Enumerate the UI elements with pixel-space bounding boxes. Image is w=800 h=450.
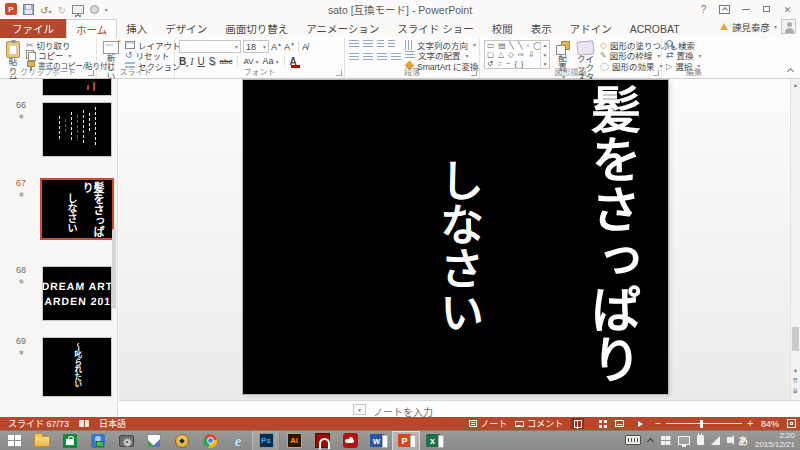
thumbnail-slide-67-selected[interactable]: 髪をさっぱり しなさい — [40, 178, 114, 240]
line-spacing-icon[interactable] — [391, 53, 401, 62]
scroll-down-icon[interactable]: ▼ — [791, 365, 800, 376]
proofing-status-icon[interactable] — [79, 420, 89, 427]
collapse-ribbon-icon[interactable] — [787, 67, 794, 74]
font-dialog-launcher[interactable] — [336, 70, 342, 76]
taskbar-disc-app[interactable] — [112, 431, 140, 450]
tab-slideshow[interactable]: スライド ショー — [388, 19, 482, 38]
taskbar-powerpoint-active[interactable]: P — [392, 431, 420, 450]
slide-67-editor[interactable]: 髪をさっぱり しなさい — [243, 80, 668, 394]
comments-toggle-button[interactable]: コメント — [515, 417, 563, 430]
view-slide-sorter-button[interactable] — [592, 418, 605, 429]
ribbon-display-options-button[interactable] — [714, 1, 735, 18]
minimize-button[interactable] — [735, 1, 756, 18]
character-spacing-button[interactable]: AV — [243, 57, 258, 66]
taskbar-file-explorer[interactable] — [28, 431, 56, 450]
strikethrough-button[interactable]: abc — [219, 57, 232, 66]
tab-view[interactable]: 表示 — [522, 19, 561, 38]
taskbar-acrobat[interactable] — [308, 431, 336, 450]
thumbnail-slide-68[interactable]: DREAM ART GARDEN 2015 — [42, 266, 112, 321]
scroll-up-icon[interactable]: ▲ — [543, 42, 548, 48]
slide-text-left-column[interactable]: しなさい — [436, 158, 480, 334]
ime-indicator[interactable]: あ — [738, 433, 748, 448]
indent-increase-icon[interactable] — [388, 40, 395, 49]
display-icon[interactable] — [678, 436, 690, 445]
tab-design[interactable]: デザイン — [156, 19, 216, 38]
taskbar-gold-app[interactable] — [168, 431, 196, 450]
taskbar-chrome[interactable] — [196, 431, 224, 450]
show-hidden-icons-chevron[interactable] — [648, 437, 654, 443]
paragraph-dialog-launcher[interactable] — [471, 70, 477, 76]
slide-counter[interactable]: スライド 67/73 — [8, 417, 69, 430]
replace-button[interactable]: 置換 — [666, 51, 702, 61]
tab-file[interactable]: ファイル — [0, 19, 66, 38]
scroll-up-icon[interactable]: ▲ — [791, 79, 800, 90]
next-slide-button[interactable]: ⇊ — [793, 387, 799, 395]
taskbar-creative-cloud[interactable] — [336, 431, 364, 450]
shapes-gallery[interactable]: ▭ ▤ ╲ ╲ ▫ ◯ ▢ △ ◇ ⇨ ⇩ ↺ ○ ~ { } ▲ ▼ ▼ — [484, 40, 550, 69]
taskbar-excel[interactable]: x — [420, 431, 448, 450]
tab-acrobat[interactable]: ACROBAT — [621, 19, 689, 38]
tab-insert[interactable]: 挿入 — [117, 19, 156, 38]
indent-decrease-icon[interactable] — [377, 40, 384, 49]
find-button[interactable]: 検索 — [666, 40, 702, 50]
font-color-button[interactable]: A — [290, 56, 297, 67]
text-direction-button[interactable]: 文字列の方向 — [405, 40, 486, 50]
italic-button[interactable]: I — [190, 56, 193, 67]
tab-home[interactable]: ホーム — [66, 19, 117, 38]
shapes-gallery-scroll[interactable]: ▲ ▼ ▼ — [540, 41, 549, 68]
touch-keyboard-icon[interactable] — [625, 435, 641, 445]
change-case-button[interactable]: Aa — [262, 56, 278, 66]
language-indicator[interactable]: 日本語 — [99, 417, 126, 430]
taskbar-remote-app[interactable] — [84, 431, 112, 450]
previous-slide-button[interactable]: ⇈ — [793, 377, 799, 385]
zoom-in-button[interactable]: + — [747, 419, 753, 429]
zoom-slider-track[interactable] — [666, 423, 742, 424]
power-icon[interactable] — [697, 435, 704, 445]
action-center-icon[interactable] — [661, 436, 671, 445]
align-center-icon[interactable] — [363, 53, 373, 62]
thumbnail-slide-65-partial[interactable] — [42, 79, 112, 96]
numbering-icon[interactable] — [363, 40, 373, 49]
taskbar-word[interactable]: w — [364, 431, 392, 450]
notes-splitter-button[interactable]: ▼ — [353, 404, 366, 415]
taskbar-photoshop[interactable]: Ps — [252, 431, 280, 450]
account-area[interactable]: 諌見泰彦 ▾ — [720, 19, 796, 34]
drawing-dialog-launcher[interactable] — [653, 70, 659, 76]
clear-formatting-button[interactable]: A̸ — [302, 42, 308, 52]
thumbnail-slide-69[interactable]: 〜叱られたい — [42, 337, 112, 397]
scrollbar-thumb[interactable] — [792, 327, 799, 351]
align-right-icon[interactable] — [377, 53, 387, 62]
restore-button[interactable] — [756, 1, 777, 18]
close-button[interactable] — [777, 1, 798, 18]
notes-toggle-button[interactable]: ノート — [469, 417, 507, 430]
slide-text-right-column[interactable]: 髪をさっぱり — [586, 84, 636, 384]
view-slideshow-button[interactable] — [634, 418, 647, 429]
slide-canvas[interactable]: 髪をさっぱり しなさい — [119, 79, 790, 400]
view-normal-button[interactable] — [571, 418, 584, 429]
taskbar-illustrator[interactable]: Ai — [280, 431, 308, 450]
align-left-icon[interactable] — [349, 53, 359, 62]
volume-icon[interactable] — [727, 437, 731, 443]
help-button[interactable]: ? — [693, 1, 714, 18]
shrink-font-button[interactable]: A▼ — [284, 41, 295, 52]
align-text-button[interactable]: 文字の配置 — [405, 51, 486, 61]
font-name-combo[interactable]: ▾ — [179, 40, 241, 53]
notes-pane[interactable]: ▼ ノートを入力 — [119, 400, 800, 417]
tab-addins[interactable]: アドイン — [561, 19, 621, 38]
clipboard-dialog-launcher[interactable] — [88, 70, 94, 76]
zoom-out-button[interactable]: − — [655, 419, 661, 429]
bold-button[interactable]: B — [179, 56, 186, 67]
fit-slide-to-window-icon[interactable] — [787, 419, 796, 428]
thumbnail-scrollbar-thumb[interactable] — [112, 229, 116, 309]
underline-button[interactable]: U — [198, 56, 205, 67]
view-reading-button[interactable] — [613, 418, 626, 429]
clock[interactable]: 2:20 2015/12/21 — [755, 431, 798, 449]
scroll-down-icon[interactable]: ▼ — [543, 52, 548, 58]
network-signal-icon[interactable] — [711, 436, 720, 445]
zoom-percentage[interactable]: 84% — [761, 419, 779, 429]
font-size-combo[interactable]: 18▾ — [243, 40, 269, 53]
tab-review[interactable]: 校閲 — [483, 19, 522, 38]
zoom-slider-thumb[interactable] — [700, 420, 703, 428]
tab-transitions[interactable]: 画面切り替え — [216, 19, 297, 38]
bullets-icon[interactable] — [349, 40, 359, 49]
